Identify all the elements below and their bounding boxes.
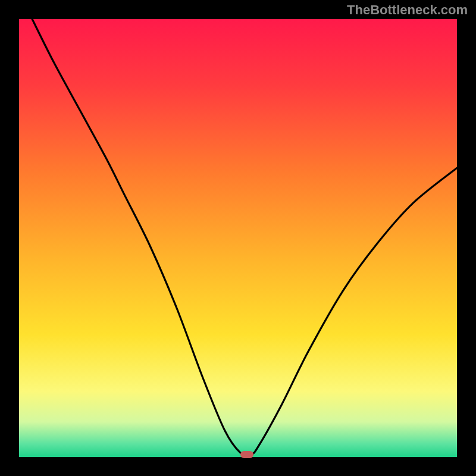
- watermark-text: TheBottleneck.com: [347, 2, 468, 18]
- chart-curve: [19, 19, 457, 457]
- optimal-point-marker: [240, 451, 253, 458]
- chart-plot-area: [19, 19, 457, 457]
